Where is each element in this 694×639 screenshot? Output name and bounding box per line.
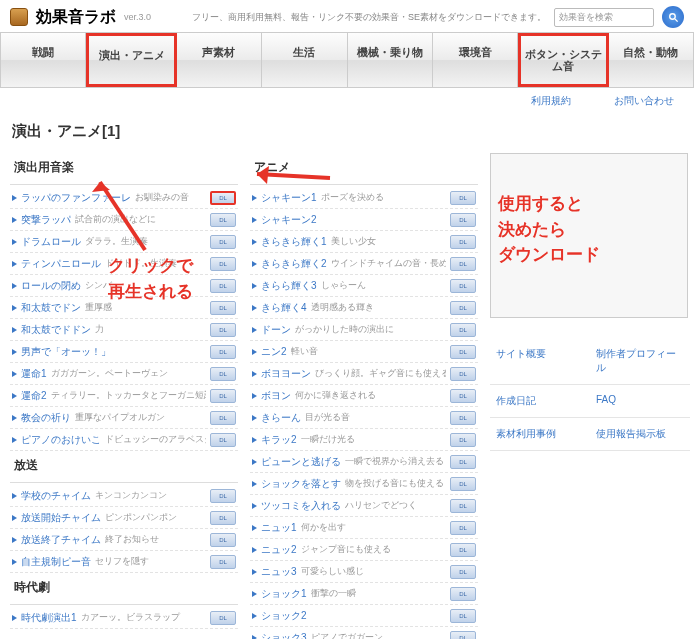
nav-item-5[interactable]: 環境音	[433, 33, 518, 87]
download-button[interactable]: DL	[450, 279, 476, 293]
contact-link[interactable]: お問い合わせ	[614, 95, 674, 106]
download-button[interactable]: DL	[210, 257, 236, 271]
play-icon[interactable]	[252, 415, 257, 421]
nav-item-2[interactable]: 声素材	[177, 33, 262, 87]
download-button[interactable]: DL	[450, 609, 476, 623]
nav-item-0[interactable]: 戦闘	[1, 33, 86, 87]
sound-name[interactable]: ピアノのおけいこ	[21, 433, 101, 447]
sound-name[interactable]: ショック1	[261, 587, 307, 601]
search-input[interactable]: 効果音を検索	[554, 8, 654, 27]
search-button[interactable]	[662, 6, 684, 28]
download-button[interactable]: DL	[450, 499, 476, 513]
play-icon[interactable]	[252, 349, 257, 355]
sound-name[interactable]: ボヨン	[261, 389, 291, 403]
download-button[interactable]: DL	[450, 235, 476, 249]
play-icon[interactable]	[252, 437, 257, 443]
download-button[interactable]: DL	[450, 631, 476, 639]
download-button[interactable]: DL	[450, 213, 476, 227]
play-icon[interactable]	[12, 415, 17, 421]
play-icon[interactable]	[252, 481, 257, 487]
sound-name[interactable]: 時代劇演出1	[21, 611, 77, 625]
play-icon[interactable]	[12, 283, 17, 289]
sound-name[interactable]: きらきら輝く1	[261, 235, 327, 249]
play-icon[interactable]	[12, 261, 17, 267]
sound-name[interactable]: ニュッ3	[261, 565, 297, 579]
sound-name[interactable]: ロールの閉め	[21, 279, 81, 293]
play-icon[interactable]	[12, 239, 17, 245]
download-button[interactable]: DL	[450, 411, 476, 425]
play-icon[interactable]	[12, 371, 17, 377]
download-button[interactable]: DL	[210, 279, 236, 293]
download-button[interactable]: DL	[210, 345, 236, 359]
play-icon[interactable]	[252, 503, 257, 509]
download-button[interactable]: DL	[210, 301, 236, 315]
play-icon[interactable]	[252, 525, 257, 531]
sound-name[interactable]: ティンパニロール	[21, 257, 101, 271]
sidebar-link[interactable]: サイト概要	[490, 338, 590, 384]
sound-name[interactable]: シャキーン2	[261, 213, 317, 227]
download-button[interactable]: DL	[210, 489, 236, 503]
sound-name[interactable]: シャキーン1	[261, 191, 317, 205]
download-button[interactable]: DL	[450, 345, 476, 359]
sound-name[interactable]: ショック2	[261, 609, 307, 623]
nav-item-7[interactable]: 自然・動物	[609, 33, 693, 87]
download-button[interactable]: DL	[210, 191, 236, 205]
sound-name[interactable]: 教会の祈り	[21, 411, 71, 425]
play-icon[interactable]	[12, 559, 17, 565]
play-icon[interactable]	[252, 613, 257, 619]
sound-name[interactable]: ニン2	[261, 345, 287, 359]
sound-name[interactable]: ラッパのファンファーレ	[21, 191, 131, 205]
download-button[interactable]: DL	[450, 521, 476, 535]
sound-name[interactable]: きらーん	[261, 411, 301, 425]
sound-name[interactable]: 自主規制ピー音	[21, 555, 91, 569]
sidebar-link[interactable]: 素材利用事例	[490, 418, 590, 450]
play-icon[interactable]	[12, 493, 17, 499]
sound-name[interactable]: ドーン	[261, 323, 291, 337]
sound-name[interactable]: 運命1	[21, 367, 47, 381]
play-icon[interactable]	[252, 393, 257, 399]
download-button[interactable]: DL	[210, 389, 236, 403]
download-button[interactable]: DL	[210, 511, 236, 525]
download-button[interactable]: DL	[450, 301, 476, 315]
sound-name[interactable]: ツッコミを入れる	[261, 499, 341, 513]
play-icon[interactable]	[12, 217, 17, 223]
play-icon[interactable]	[252, 635, 257, 639]
play-icon[interactable]	[252, 327, 257, 333]
download-button[interactable]: DL	[210, 533, 236, 547]
play-icon[interactable]	[252, 305, 257, 311]
sound-name[interactable]: 和太鼓でドン	[21, 301, 81, 315]
sidebar-link[interactable]: 制作者プロフィール	[590, 338, 690, 384]
play-icon[interactable]	[12, 515, 17, 521]
play-icon[interactable]	[12, 615, 17, 621]
nav-item-1[interactable]: 演出・アニメ	[86, 33, 176, 87]
download-button[interactable]: DL	[450, 565, 476, 579]
nav-item-4[interactable]: 機械・乗り物	[348, 33, 433, 87]
sound-name[interactable]: ボヨヨーン	[261, 367, 311, 381]
play-icon[interactable]	[252, 239, 257, 245]
play-icon[interactable]	[252, 591, 257, 597]
download-button[interactable]: DL	[450, 477, 476, 491]
sound-name[interactable]: きらら輝く3	[261, 279, 317, 293]
sound-name[interactable]: キラッ2	[261, 433, 297, 447]
play-icon[interactable]	[252, 283, 257, 289]
download-button[interactable]: DL	[210, 433, 236, 447]
sound-name[interactable]: 突撃ラッパ	[21, 213, 71, 227]
play-icon[interactable]	[252, 217, 257, 223]
download-button[interactable]: DL	[210, 235, 236, 249]
play-icon[interactable]	[252, 547, 257, 553]
play-icon[interactable]	[12, 537, 17, 543]
download-button[interactable]: DL	[450, 543, 476, 557]
play-icon[interactable]	[252, 195, 257, 201]
sound-name[interactable]: ニュッ2	[261, 543, 297, 557]
sound-name[interactable]: 運命2	[21, 389, 47, 403]
nav-item-6[interactable]: ボタン・システム音	[518, 33, 608, 87]
sound-name[interactable]: 男声で「オーッ！」	[21, 345, 111, 359]
terms-link[interactable]: 利用規約	[531, 95, 571, 106]
sound-name[interactable]: きら輝く4	[261, 301, 307, 315]
sound-name[interactable]: ニュッ1	[261, 521, 297, 535]
play-icon[interactable]	[12, 437, 17, 443]
play-icon[interactable]	[252, 261, 257, 267]
download-button[interactable]: DL	[210, 555, 236, 569]
nav-item-3[interactable]: 生活	[262, 33, 347, 87]
play-icon[interactable]	[12, 349, 17, 355]
